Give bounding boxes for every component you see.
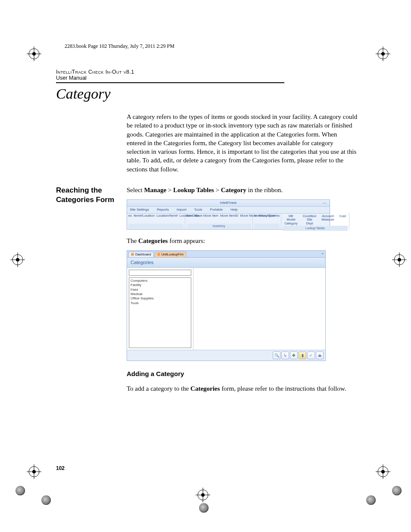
dot-icon (366, 495, 376, 505)
doc-title: IntelliTrack Check In-Out v8.1 (56, 69, 358, 75)
intro-paragraph: A category refers to the types of items … (127, 112, 358, 174)
svg-point-19 (32, 470, 36, 473)
svg-point-7 (381, 52, 385, 56)
check-icon: ✓ (307, 352, 315, 359)
ribbon-item: Cust (339, 215, 346, 218)
form-tab: Dashboard (128, 252, 154, 257)
dot-icon (392, 486, 402, 495)
ribbon-tab: Help (230, 208, 237, 212)
dot-icon (16, 486, 25, 495)
list-item: Field (131, 288, 190, 292)
page-number: 102 (56, 465, 65, 471)
dot-icon (199, 503, 209, 513)
ribbon-item: Location/Item# (156, 214, 177, 218)
svg-point-3 (32, 52, 36, 56)
svg-point-15 (398, 258, 401, 261)
search-icon: 🔍 (273, 352, 280, 359)
book-header: 2283.book Page 102 Thursday, July 7, 201… (65, 43, 358, 50)
tab-icon (131, 253, 134, 256)
ribbon-tab: Site Settings (130, 208, 149, 212)
ribbon-item: Measure (321, 218, 334, 221)
list-item: Office Supplies (131, 296, 190, 301)
category-list: Computers Facility Field Medical Office … (129, 277, 191, 348)
arrow-icon: ↳ (281, 352, 289, 359)
form-toolbar: 🔍 ↳ ✚ ▮ ✓ ⏏ (127, 350, 325, 361)
margin-heading: Reaching the Categories Form (56, 186, 116, 398)
ribbon-item: Account (321, 215, 334, 218)
list-item: Facility (131, 283, 190, 287)
crop-mark-icon (27, 47, 41, 61)
svg-point-23 (381, 470, 385, 473)
doc-subtitle: User Manual (56, 75, 358, 81)
minimize-icon: — (323, 201, 326, 205)
form-header: Categories (127, 258, 325, 268)
sub-heading: Adding a Category (127, 370, 358, 378)
crop-mark-icon (27, 464, 41, 479)
crop-mark-icon (392, 252, 407, 267)
ribbon-item: es (128, 214, 132, 218)
ribbon-screenshot: IntelliTrack — Site Settings Reports Imp… (127, 199, 330, 230)
svg-point-27 (201, 493, 205, 497)
reach-sentence: Select Manage > Lookup Tables > Category… (127, 186, 358, 194)
ribbon-group-name: Lookup Tables (283, 226, 348, 230)
ribbon-item: Item#/Location (134, 214, 155, 218)
ribbon-item: Move ItemID (220, 214, 239, 218)
close-icon: × (321, 252, 324, 256)
crop-mark-icon (376, 464, 390, 479)
ribbon-group-name: Inventory (187, 224, 251, 228)
form-tab-active: UnitLookupFrm (155, 252, 186, 257)
divider (56, 82, 284, 83)
ribbon-tab: Reports (157, 208, 169, 212)
ribbon-item: Mfr (284, 215, 297, 218)
tab-icon (157, 253, 160, 256)
list-item: Tools (131, 301, 190, 305)
list-item: Medical (131, 292, 190, 296)
ribbon-tab: Import (177, 208, 187, 212)
exit-icon: ⏏ (316, 352, 324, 359)
filter-input (129, 270, 191, 276)
ribbon-item: Dept (303, 222, 317, 225)
svg-point-11 (16, 258, 19, 261)
ribbon-item: Move Move Item (195, 214, 218, 218)
note-icon: ▮ (299, 352, 306, 359)
ribbon-tab: Tools (194, 208, 202, 212)
add-icon: ✚ (290, 352, 298, 359)
crop-mark-icon (196, 488, 210, 502)
ribbon-item: Category (284, 222, 297, 225)
section-title: Category (56, 86, 358, 102)
add-paragraph: To add a category to the Categories form… (127, 384, 358, 393)
crop-mark-icon (10, 252, 25, 267)
dot-icon (41, 495, 51, 505)
appears-text: The Categories form appears: (127, 236, 358, 245)
ribbon-tab: Portable (210, 208, 223, 212)
ribbon-item: Model (284, 218, 297, 221)
ribbon-item: Inventory Queries (254, 214, 280, 218)
window-title: IntelliTrack (220, 201, 237, 205)
ribbon-item: Site (303, 218, 317, 221)
ribbon-item: Condition (303, 215, 317, 218)
list-item: Computers (131, 279, 190, 283)
ribbon-item: Item (187, 214, 193, 218)
categories-form-screenshot: Dashboard UnitLookupFrm × Categories Com… (127, 250, 326, 361)
crop-mark-icon (376, 47, 390, 61)
